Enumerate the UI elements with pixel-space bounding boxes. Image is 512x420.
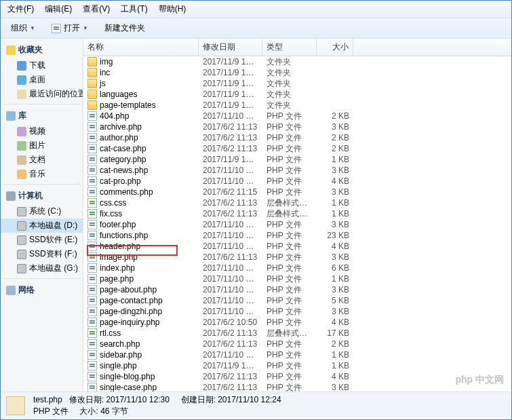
file-type: PHP 文件	[262, 133, 317, 142]
sidebar-item-videos[interactable]: 视频	[1, 124, 83, 138]
file-list[interactable]: img2017/11/9 18:08文件夹inc2017/11/9 15:46文…	[83, 56, 511, 392]
php-icon	[87, 274, 97, 284]
php-icon	[87, 111, 97, 121]
file-row[interactable]: index.php2017/11/10 10:02PHP 文件6 KB	[83, 263, 511, 273]
organize-button[interactable]: 组织 ▼	[5, 20, 41, 36]
sidebar-item-drive-g[interactable]: 本地磁盘 (G:)	[1, 261, 83, 275]
sidebar-item-music[interactable]: 音乐	[1, 167, 83, 181]
sidebar-item-drive-d[interactable]: 本地磁盘 (D:)	[1, 218, 83, 233]
drive-icon	[17, 264, 26, 273]
file-row[interactable]: page-inquiry.php2017/6/2 10:50PHP 文件4 KB	[83, 317, 511, 328]
file-row[interactable]: img2017/11/9 18:08文件夹	[83, 56, 511, 67]
sidebar-item-documents[interactable]: 文档	[1, 153, 83, 167]
file-row[interactable]: inc2017/11/9 15:46文件夹	[83, 67, 511, 78]
file-type: PHP 文件	[262, 252, 317, 262]
col-type[interactable]: 类型	[262, 39, 317, 56]
file-row[interactable]: page-contact.php2017/11/10 10:10PHP 文件5 …	[83, 295, 511, 306]
sidebar-item-pictures[interactable]: 图片	[1, 138, 83, 153]
file-row[interactable]: cat-news.php2017/11/10 10:01PHP 文件3 KB	[83, 165, 511, 176]
sidebar-item-drive-e[interactable]: SSD软件 (E:)	[1, 233, 83, 247]
file-row[interactable]: single-blog.php2017/6/2 11:13PHP 文件4 KB	[83, 371, 511, 382]
file-row[interactable]: rtl.css2017/6/2 11:13层叠样式表文档17 KB	[83, 328, 511, 339]
php-icon	[87, 187, 97, 197]
sidebar-computer[interactable]: 计算机	[1, 187, 83, 204]
file-date: 2017/6/2 11:13	[199, 339, 262, 349]
file-size: 3 KB	[317, 166, 353, 175]
file-date: 2017/11/9 15:46	[199, 90, 262, 99]
sidebar-item-downloads[interactable]: 下载	[1, 58, 83, 73]
file-row[interactable]: page-dingzhi.php2017/11/10 8:54PHP 文件3 K…	[83, 306, 511, 317]
sidebar-favorites[interactable]: 收藏夹	[1, 41, 83, 58]
file-name: page-dingzhi.php	[100, 307, 162, 316]
php-icon	[87, 263, 97, 273]
file-name: cat-pro.php	[100, 176, 141, 186]
sidebar-network[interactable]: 网络	[1, 282, 83, 299]
file-type: 文件夹	[262, 100, 317, 110]
col-size[interactable]: 大小	[317, 39, 353, 56]
file-row[interactable]: category.php2017/11/9 17:34PHP 文件1 KB	[83, 154, 511, 165]
sidebar-item-desktop[interactable]: 桌面	[1, 73, 83, 87]
col-date[interactable]: 修改日期	[199, 39, 262, 56]
drive-icon	[17, 250, 26, 259]
file-type: 文件夹	[262, 79, 317, 88]
file-row[interactable]: comments.php2017/6/2 11:15PHP 文件3 KB	[83, 187, 511, 197]
file-date: 2017/11/9 15:46	[199, 68, 262, 77]
col-name[interactable]: 名称	[83, 39, 199, 56]
menu-edit[interactable]: 编辑(E)	[41, 2, 76, 16]
status-mod-value: 2017/11/10 12:30	[106, 395, 169, 404]
file-row[interactable]: languages2017/11/9 15:46文件夹	[83, 89, 511, 100]
file-row[interactable]: fix.css2017/6/2 11:13层叠样式表文档1 KB	[83, 208, 511, 219]
file-date: 2017/11/10 10:02	[199, 242, 262, 251]
file-row[interactable]: cat-pro.php2017/11/10 9:48PHP 文件4 KB	[83, 176, 511, 187]
file-date: 2017/6/2 11:13	[199, 209, 262, 218]
file-row[interactable]: js2017/11/9 16:22文件夹	[83, 78, 511, 89]
file-date: 2017/11/10 10:02	[199, 263, 262, 273]
file-row[interactable]: header.php2017/11/10 10:02PHP 文件4 KB	[83, 241, 511, 252]
file-date: 2017/11/9 17:34	[199, 155, 262, 164]
file-date: 2017/11/10 8:52	[199, 274, 262, 284]
file-type: PHP 文件	[262, 383, 317, 392]
file-name: comments.php	[100, 187, 153, 197]
sidebar-item-recent[interactable]: 最近访问的位置	[1, 87, 83, 101]
php-icon	[87, 339, 97, 349]
file-row[interactable]: functions.php2017/11/10 9:46PHP 文件23 KB	[83, 230, 511, 241]
file-row[interactable]: page-about.php2017/11/10 8:55PHP 文件3 KB	[83, 284, 511, 295]
file-row[interactable]: author.php2017/6/2 11:13PHP 文件2 KB	[83, 132, 511, 143]
file-row[interactable]: footer.php2017/11/10 9:03PHP 文件3 KB	[83, 219, 511, 230]
file-type: PHP 文件	[262, 339, 317, 349]
file-size: 1 KB	[317, 274, 353, 284]
menu-help[interactable]: 帮助(H)	[155, 2, 191, 16]
file-size: 3 KB	[317, 307, 353, 316]
sidebar-item-drive-f[interactable]: SSD资料 (F:)	[1, 247, 83, 261]
file-name: page.php	[100, 274, 134, 284]
file-type: PHP 文件	[262, 361, 317, 370]
menu-file[interactable]: 文件(F)	[3, 2, 38, 16]
sidebar-libraries[interactable]: 库	[1, 107, 83, 124]
sidebar-item-drive-c[interactable]: 系统 (C:)	[1, 204, 83, 218]
file-row[interactable]: archive.php2017/6/2 11:13PHP 文件3 KB	[83, 121, 511, 132]
file-date: 2017/11/10 10:01	[199, 166, 262, 175]
new-folder-button[interactable]: 新建文件夹	[98, 20, 151, 36]
file-date: 2017/6/2 11:13	[199, 328, 262, 338]
file-row[interactable]: cat-case.php2017/6/2 11:13PHP 文件2 KB	[83, 143, 511, 154]
file-row[interactable]: sidebar.php2017/11/10 9:47PHP 文件1 KB	[83, 349, 511, 360]
file-row[interactable]: page.php2017/11/10 8:52PHP 文件1 KB	[83, 273, 511, 284]
file-row[interactable]: image.php2017/6/2 11:13PHP 文件3 KB	[83, 252, 511, 263]
menu-tools[interactable]: 工具(T)	[117, 2, 151, 16]
open-button[interactable]: 打开 ▼	[45, 20, 94, 36]
file-type: PHP 文件	[262, 296, 317, 305]
drive-icon	[17, 207, 26, 216]
php-icon	[87, 285, 97, 294]
file-name: header.php	[100, 242, 140, 251]
open-icon	[52, 24, 61, 33]
file-row[interactable]: page-templates2017/11/9 15:46文件夹	[83, 100, 511, 111]
file-row[interactable]: single-case.php2017/6/2 11:13PHP 文件3 KB	[83, 382, 511, 392]
file-row[interactable]: search.php2017/6/2 11:13PHP 文件2 KB	[83, 339, 511, 349]
status-created-label: 创建日期:	[181, 395, 216, 404]
file-size: 3 KB	[317, 122, 353, 132]
file-name: search.php	[100, 339, 140, 349]
file-row[interactable]: 404.php2017/11/10 11:44PHP 文件2 KB	[83, 111, 511, 121]
file-row[interactable]: css.css2017/6/2 11:13层叠样式表文档1 KB	[83, 197, 511, 208]
menu-view[interactable]: 查看(V)	[79, 2, 114, 16]
file-row[interactable]: single.php2017/11/9 17:35PHP 文件1 KB	[83, 360, 511, 371]
